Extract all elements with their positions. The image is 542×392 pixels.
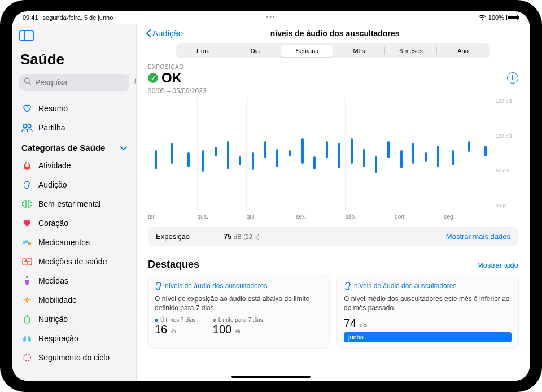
chart-bar [187,152,190,167]
search-field[interactable] [35,78,134,87]
show-more-data-link[interactable]: Mostrar mais dados [446,232,510,241]
x-tick: seg. [444,214,493,220]
main-content: Audição níveis de áudio dos auscultadore… [137,24,530,381]
vitals-icon [21,256,33,267]
seg-ano[interactable]: Ano [437,45,489,57]
cycle-icon [21,352,33,363]
seg-hora[interactable]: Hora [177,45,229,57]
status-time: 09:41 [23,14,38,21]
audio-level-chart[interactable]: 150 dB100 dB50 dB0 dB ter.qua.qui.sex.sá… [148,98,518,220]
categories-header[interactable]: Categorias de Saúde [19,137,129,156]
category-label: Medições de saúde [38,257,107,266]
apple-icon [21,313,33,325]
category-label: Respiração [38,334,78,343]
search-icon [24,77,32,88]
ear-icon [21,179,33,190]
chart-bar [252,152,254,170]
seg-semana[interactable]: Semana [281,45,333,57]
chart-bar [326,141,328,158]
highlight-card[interactable]: níveis de áudio dos auscultadores O níve… [148,275,329,348]
exposure-summary: Exposição 75 dB (22 h) Mostrar mais dado… [148,227,518,246]
category-label: Medidas [38,276,68,285]
card-desc: O nível médio dos auscultadores este mês… [344,294,512,312]
chart-day-column [247,98,296,211]
time-range-segcontrol[interactable]: HoraDiaSemanaMês6 mesesAno [176,43,490,58]
seg-mês[interactable]: Mês [333,45,385,57]
chart-bar [202,150,204,171]
svg-line-3 [29,82,30,84]
card-stat: Últimos 7 dias 16 % [155,317,196,336]
chart-bar [227,141,229,169]
category-label: Nutrição [38,315,68,324]
chart-bar [484,146,487,156]
chart-bar [375,156,377,173]
heart-icon [21,217,33,229]
chart-day-column [198,98,247,211]
category-label: Mobilidade [38,295,77,304]
chart-bar [338,143,340,168]
seg-dia[interactable]: Dia [229,45,281,57]
category-label: Audição [38,180,67,189]
checkmark-circle-icon: ✓ [148,73,158,83]
sidebar-item-respiração[interactable]: Respiração [19,329,129,348]
month-bar: junho [344,332,512,342]
sidebar-item-audição[interactable]: Audição [19,175,129,194]
chart-bar [412,143,414,164]
sidebar-item-medidas[interactable]: Medidas [19,271,129,290]
svg-rect-7 [22,239,28,245]
category-label: Atividade [38,161,71,170]
sidebar-item-coração[interactable]: Coração [19,214,129,233]
card-desc: O nível de exposição ao áudio está abaix… [155,294,322,312]
search-input[interactable] [19,74,129,91]
status-date: segunda-feira, 5 de junho [43,14,113,21]
pills-icon [21,237,33,248]
multitask-dots-icon[interactable]: ••• [266,14,276,20]
info-icon[interactable]: i [507,72,518,84]
y-tick: 150 dB [496,98,518,104]
x-tick: qui. [247,214,296,220]
chart-day-column [444,98,493,211]
show-all-link[interactable]: Mostrar tudo [477,261,518,269]
sidebar-item-medicamentos[interactable]: Medicamentos [19,233,129,252]
chart-bar [425,152,427,162]
x-tick: qua. [197,214,246,220]
brain-icon [21,198,33,210]
y-tick: 0 dB [496,203,518,208]
highlights-title: Destaques [148,259,199,271]
page-title: níveis de áudio dos auscultadores [149,29,521,38]
sidebar-nav-resumo[interactable]: Resumo [19,99,129,118]
card-stat: Limite para 7 dias 100 % [213,317,263,336]
sidebar-item-seguimento-do-ciclo[interactable]: Seguimento do ciclo [19,348,129,367]
sidebar-item-medições-de-saúde[interactable]: Medições de saúde [19,252,129,271]
card-title: níveis de áudio dos auscultadores [344,281,512,291]
seg-6-meses[interactable]: 6 meses [385,45,437,57]
sidebar-item-bem-estar-mental[interactable]: Bem-estar mental [19,194,129,214]
card-big-value: 74 dB [344,317,512,330]
flame-icon [21,160,33,171]
chart-day-column [148,98,198,211]
walk-icon [21,294,33,306]
chart-bar [264,141,266,158]
sidebar-nav-partilha[interactable]: Partilha [19,118,129,137]
date-range: 30/05 – 05/06/2023 [148,87,518,95]
home-indicator[interactable] [231,376,311,378]
nav-label: Resumo [38,104,68,113]
chart-bar [437,146,439,167]
x-tick: sex. [296,214,345,220]
highlight-card[interactable]: níveis de áudio dos auscultadores O níve… [337,275,518,348]
x-tick: dom. [395,214,444,220]
category-label: Bem-estar mental [38,199,100,208]
sidebar-toggle-icon[interactable] [19,29,34,42]
chart-day-column [395,98,445,211]
sidebar-item-nutrição[interactable]: Nutrição [19,310,129,329]
chart-bar [301,138,304,164]
sidebar: Saúde ResumoPartilha Categorias de Saúde [12,24,137,381]
chart-day-column [346,98,395,211]
exposure-status: OK [161,70,182,86]
battery-icon [506,15,519,20]
sidebar-item-atividade[interactable]: Atividade [19,156,129,175]
chart-day-column [296,98,346,211]
category-label: Seguimento do ciclo [38,353,110,362]
chart-bar [155,150,157,169]
sidebar-item-mobilidade[interactable]: Mobilidade [19,290,129,310]
